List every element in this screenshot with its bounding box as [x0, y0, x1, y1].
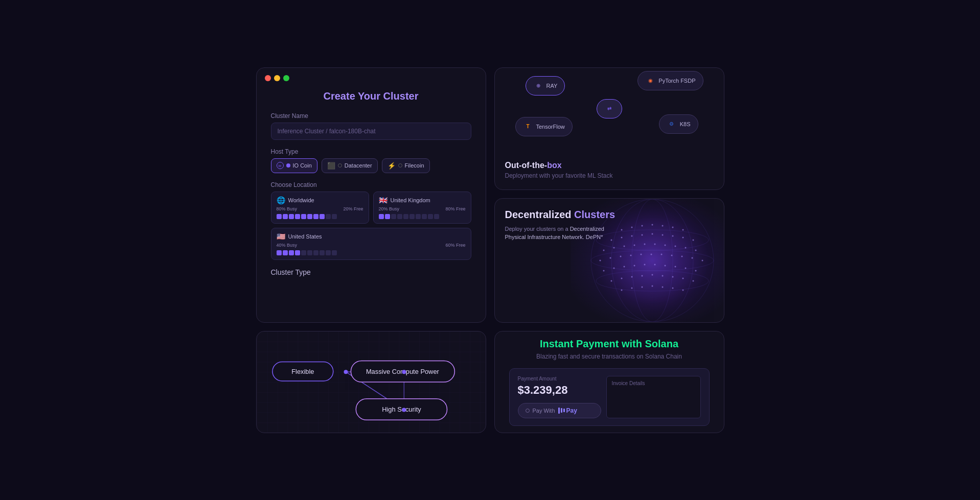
pytorch-label: PyTorch FSDP: [658, 78, 695, 84]
svg-point-30: [630, 254, 631, 256]
minimize-dot[interactable]: [274, 75, 280, 81]
us-dots: [277, 250, 466, 255]
location-uk[interactable]: 🇬🇧 United Kingdom 20% Busy 80% Free: [373, 192, 471, 224]
location-worldwide[interactable]: 🌐 Worldwide 80% Busy 20% Free: [271, 192, 369, 224]
payment-amount-label: Payment Amount: [518, 376, 601, 382]
center-bubble: ⇄: [597, 99, 622, 118]
maximize-dot[interactable]: [283, 75, 289, 81]
depin-text-area: Decentralized Clusters Deploy your clust…: [505, 209, 616, 242]
ray-label: RAY: [546, 83, 558, 89]
pytorch-icon: ◉: [645, 76, 655, 86]
k8s-bubble: ⚙ K8S: [659, 114, 698, 134]
worldwide-free: 20% Free: [343, 206, 363, 211]
svg-point-58: [631, 287, 632, 289]
center-icon: ⇄: [604, 104, 614, 114]
svg-point-62: [672, 287, 673, 289]
mlstack-bubbles: ⊕ RAY ◉ PyTorch FSDP ⇄ T TensorFlow ⚙ K8…: [495, 67, 724, 153]
svg-point-12: [651, 233, 653, 234]
payment-left: Payment Amount $3.239,28 Pay With Pay: [518, 376, 601, 418]
svg-point-21: [644, 243, 645, 245]
svg-point-13: [662, 234, 663, 235]
host-btn-filecoin[interactable]: ⚡ Filecoin: [382, 158, 430, 173]
features-svg: Flexible Massive Compute Power High Secu…: [257, 331, 486, 433]
tf-icon: T: [523, 122, 533, 132]
svg-point-46: [685, 267, 686, 269]
location-grid: 🌐 Worldwide 80% Busy 20% Free: [271, 192, 471, 260]
svg-point-56: [692, 280, 694, 281]
iocoin-icon: io: [277, 162, 284, 169]
svg-point-52: [651, 274, 653, 275]
us-busy: 40% Busy: [277, 243, 298, 248]
svg-point-11: [641, 234, 643, 235]
create-cluster-card: Create Your Cluster Cluster Name Inferen…: [256, 67, 486, 323]
svg-point-34: [671, 254, 672, 256]
worldwide-busy: 80% Busy: [277, 206, 298, 211]
svg-point-2: [631, 226, 632, 228]
svg-point-28: [609, 257, 611, 258]
svg-point-48: [610, 280, 612, 281]
svg-point-22: [654, 243, 655, 245]
svg-point-51: [641, 275, 643, 276]
payment-title: Instant Payment with Solana: [540, 338, 678, 350]
radio-filecoin: [398, 163, 402, 168]
radio-iocoin: [286, 163, 290, 168]
svg-point-17: [603, 249, 604, 251]
depin-card: Decentralized Clusters Deploy your clust…: [494, 198, 724, 323]
filecoin-icon: ⚡: [388, 162, 396, 170]
features-card: Flexible Massive Compute Power High Secu…: [256, 331, 486, 433]
uk-dots: [379, 214, 466, 219]
k8s-label: K8S: [680, 121, 691, 127]
svg-point-82: [344, 370, 348, 374]
payment-subtitle: Blazing fast and secure transactions on …: [536, 353, 682, 360]
svg-point-19: [623, 245, 625, 247]
ray-bubble: ⊕ RAY: [526, 76, 565, 96]
svg-point-1: [621, 229, 622, 230]
svg-point-39: [613, 267, 614, 269]
worldwide-name: Worldwide: [288, 197, 314, 203]
host-btn-datacenter[interactable]: ⬛ Datacenter: [322, 158, 378, 173]
worldwide-dots: [277, 214, 363, 219]
uk-flag: 🇬🇧: [379, 196, 388, 204]
svg-point-6: [672, 226, 673, 228]
host-filecoin-label: Filecoin: [405, 162, 424, 169]
pay-button[interactable]: Pay With Pay: [518, 403, 601, 418]
us-name: United States: [288, 233, 322, 240]
pay-logo: Pay: [558, 407, 577, 414]
location-us[interactable]: 🇺🇸 United States 40% Busy 60% Free: [271, 228, 471, 260]
uk-busy: 20% Busy: [379, 206, 400, 211]
svg-point-44: [664, 265, 666, 266]
mlstack-text-area: Out-of-the-box Deployment with your favo…: [495, 153, 724, 189]
k8s-icon: ⚙: [667, 119, 677, 129]
svg-point-7: [682, 229, 683, 230]
svg-point-38: [603, 270, 604, 271]
depin-subtitle: Deploy your clusters on a Decentralized …: [505, 225, 607, 242]
host-type-label: Host Type: [271, 148, 471, 155]
invoice-label: Invoice Details: [612, 380, 695, 386]
mlstack-title: Out-of-the-box: [505, 161, 714, 170]
svg-point-81: [402, 408, 406, 412]
svg-point-16: [692, 239, 694, 241]
main-grid: Create Your Cluster Cluster Name Inferen…: [256, 67, 724, 433]
us-flag: 🇺🇸: [277, 232, 285, 241]
svg-point-40: [623, 266, 625, 267]
mlstack-subtitle: Deployment with your favorite ML Stack: [505, 172, 714, 179]
svg-point-3: [641, 225, 643, 226]
svg-point-5: [662, 225, 663, 226]
ray-icon: ⊕: [533, 81, 543, 91]
host-type-row: io IO Coin ⬛ Datacenter ⚡ Filecoin: [271, 158, 471, 173]
svg-point-53: [662, 275, 663, 276]
svg-point-41: [633, 265, 635, 266]
tensorflow-bubble: T TensorFlow: [515, 117, 573, 136]
svg-text:Flexible: Flexible: [291, 368, 314, 375]
host-btn-iocoin[interactable]: io IO Coin: [271, 158, 317, 173]
close-dot[interactable]: [265, 75, 271, 81]
mlstack-card: ⊕ RAY ◉ PyTorch FSDP ⇄ T TensorFlow ⚙ K8…: [494, 67, 724, 190]
cluster-form-title: Create Your Cluster: [271, 90, 471, 102]
svg-point-80: [402, 370, 406, 374]
svg-point-31: [640, 253, 642, 255]
us-free: 60% Free: [445, 243, 465, 248]
svg-point-24: [674, 245, 676, 247]
cluster-name-input[interactable]: Inference Cluster / falcon-180B-chat: [271, 123, 471, 140]
svg-point-4: [651, 224, 653, 225]
invoice-details-field[interactable]: Invoice Details: [606, 376, 701, 418]
